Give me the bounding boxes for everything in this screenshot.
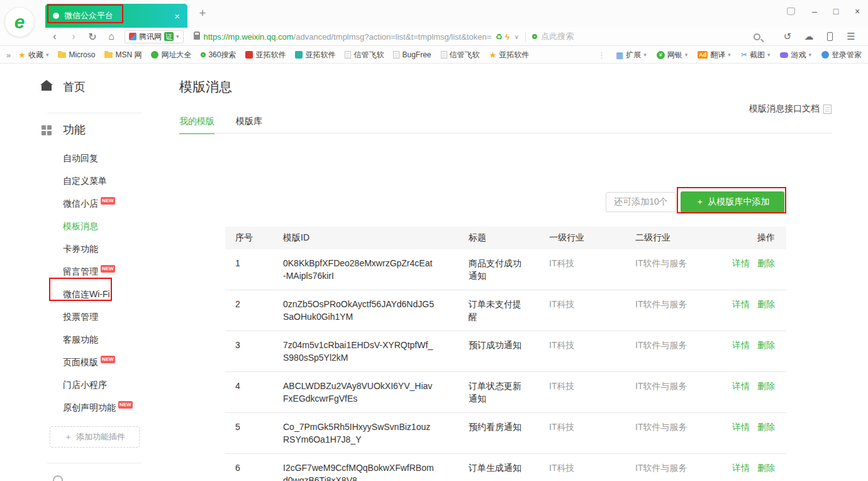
bookmark-360search[interactable]: 360搜索 <box>201 50 236 60</box>
add-plugin-button[interactable]: ＋ 添加功能插件 <box>50 426 140 448</box>
delete-link[interactable]: 删除 <box>757 422 775 432</box>
skin-icon[interactable] <box>787 8 795 15</box>
toolbar-label: 登录管家 <box>832 50 862 60</box>
detail-link[interactable]: 详情 <box>732 381 750 391</box>
tab-close-icon[interactable]: × <box>173 11 181 21</box>
mobile-icon[interactable] <box>827 32 833 41</box>
search-icon[interactable] <box>754 33 760 40</box>
sidebar-item-custom-menu[interactable]: 自定义菜单 <box>0 169 179 192</box>
detail-link[interactable]: 详情 <box>732 463 750 473</box>
bookmark-yatuo-2[interactable]: 亚拓软件 <box>295 50 335 60</box>
delete-link[interactable]: 删除 <box>757 340 775 350</box>
forward-icon[interactable]: › <box>64 31 83 42</box>
bookmark-label: 亚拓软件 <box>499 50 529 60</box>
toolbar-translate[interactable]: Ad 翻译 ▾ <box>698 50 731 60</box>
bookmark-yatuo-1[interactable]: 亚拓软件 <box>245 50 286 60</box>
sidebar-item-wifi[interactable]: 微信连Wi-Fi <box>0 283 179 305</box>
sidebar-item-card-coupon[interactable]: 卡券功能 <box>0 237 179 260</box>
cell-serial: 5 <box>225 413 283 454</box>
person-key-icon <box>821 51 829 59</box>
quota-text: 还可添加10个 <box>606 192 676 212</box>
toolbar-games[interactable]: 游戏 ▾ <box>780 50 811 60</box>
sidebar-item-customer-service[interactable]: 客服功能 <box>0 328 179 351</box>
bookmark-xinguanfei-1[interactable]: 信管飞软 <box>345 50 384 60</box>
detail-link[interactable]: 详情 <box>732 422 750 432</box>
sidebar-item-store-miniprogram[interactable]: 门店小程序 <box>0 373 179 396</box>
sidebar-menu: 自动回复 自定义菜单 微信小店NEW 模板消息 卡券功能 留言管理NEW <box>0 147 179 419</box>
toolbar-extensions[interactable]: ▦ 扩展 ▾ <box>616 50 647 60</box>
cell-industry1: IT科技 <box>549 454 635 481</box>
menu-icon[interactable]: ☰ <box>840 31 862 42</box>
add-from-library-button[interactable]: ＋ 从模版库中添加 <box>681 191 784 213</box>
browser-tab[interactable]: 微信公众平台 × <box>45 4 187 28</box>
toolbar-label: 扩展 <box>626 50 641 60</box>
sidebar-home[interactable]: 首页 <box>63 79 86 94</box>
cell-actions: 详情删除 <box>723 413 786 454</box>
divider <box>47 463 142 463</box>
sidebar-item-label: 模板消息 <box>63 221 98 231</box>
refresh-icon[interactable]: ↻ <box>83 31 102 43</box>
overflow-dots-icon[interactable]: ⋮ <box>598 50 606 60</box>
bookmark-xinguanfei-2[interactable]: 信管飞软 <box>441 50 480 60</box>
bookmark-favorites[interactable]: ★ 收藏 ▾ <box>18 50 48 60</box>
sidebar-item-wechat-store[interactable]: 微信小店NEW <box>0 192 179 215</box>
close-button[interactable]: × <box>852 6 863 16</box>
url-text[interactable]: https://mp.weixin.qq.com/advanced/tmplms… <box>204 32 492 42</box>
lightning-extension-icon[interactable]: ϟ <box>505 32 509 42</box>
undo-icon[interactable]: ↺ <box>777 31 798 42</box>
toolbar-screenshot[interactable]: ✂ 截图 ▾ <box>741 50 771 60</box>
cloud-sync-icon[interactable]: ☁ <box>798 31 820 42</box>
url-path-part: /advanced/tmplmsg?action=list&t=tmplmsg/… <box>294 32 492 42</box>
bookmark-label: 亚拓软件 <box>255 50 286 60</box>
cell-serial: 3 <box>225 331 283 372</box>
toolbar-login-manager[interactable]: 登录管家 <box>821 50 862 60</box>
sidebar-item-comment-management[interactable]: 留言管理NEW <box>0 260 179 283</box>
delete-link[interactable]: 删除 <box>757 258 775 268</box>
sidebar-item-auto-reply[interactable]: 自动回复 <box>0 147 179 169</box>
delete-link[interactable]: 删除 <box>757 463 775 473</box>
tab-template-library[interactable]: 模版库 <box>236 116 262 134</box>
tab-my-templates[interactable]: 我的模版 <box>179 116 214 134</box>
toolbar-label: 翻译 <box>710 50 725 60</box>
header-template-id: 模版ID <box>283 227 469 249</box>
maximize-button[interactable]: □ <box>830 6 842 16</box>
sidebar-section-features[interactable]: 功能 <box>63 122 86 137</box>
bookmark-yatuo-3[interactable]: ★ 亚拓软件 <box>489 50 530 60</box>
bookmark-folder-microso[interactable]: Microso <box>58 50 95 59</box>
sidebar-item-template-message[interactable]: 模板消息 <box>0 215 179 237</box>
bookmark-folder-msn[interactable]: MSN 网 <box>104 50 142 60</box>
cell-industry1: IT科技 <box>549 249 635 290</box>
new-badge: NEW <box>101 356 115 363</box>
minimize-button[interactable]: – <box>809 6 820 16</box>
search-input[interactable]: 点此搜索 <box>541 31 574 42</box>
favorites-panel-toggle-icon[interactable]: » <box>6 50 11 60</box>
sidebar-item-page-template[interactable]: 页面模版NEW <box>0 351 179 373</box>
bookmark-wangzhidaquan[interactable]: 网址大全 <box>151 50 191 60</box>
sidebar-item-label: 微信连Wi-Fi <box>63 289 110 299</box>
new-tab-button[interactable]: + <box>195 6 210 20</box>
tencent-site-button[interactable]: 腾讯网 证 ▾ <box>125 30 184 43</box>
delete-link[interactable]: 删除 <box>757 299 775 309</box>
browser-logo: e <box>4 7 35 37</box>
detail-link[interactable]: 详情 <box>732 340 750 350</box>
recycle-extension-icon[interactable]: ♻ <box>495 32 503 42</box>
bookmark-label: 收藏 <box>28 50 43 60</box>
sidebar-item-label: 卡券功能 <box>63 244 98 254</box>
cell-serial: 1 <box>225 249 283 290</box>
delete-link[interactable]: 删除 <box>757 381 775 391</box>
template-message-api-doc-link[interactable]: 模版消息接口文档 <box>749 103 832 115</box>
detail-link[interactable]: 详情 <box>732 299 750 309</box>
bookmark-bugfree[interactable]: BugFree <box>393 50 431 59</box>
table-row: 6 I2cGF7weM9CcfMQqBokwXFwfRBomd0wgzB6Ti8… <box>225 454 786 481</box>
cell-industry1: IT科技 <box>549 413 635 454</box>
window-controls: – □ × <box>787 6 863 16</box>
sidebar-item-original-statement[interactable]: 原创声明功能NEW <box>0 396 179 419</box>
search-engine-icon[interactable] <box>532 34 537 39</box>
sidebar-item-voting[interactable]: 投票管理 <box>0 305 179 328</box>
home-icon[interactable]: ⌂ <box>102 31 121 42</box>
back-icon[interactable]: ‹ <box>45 31 64 42</box>
detail-link[interactable]: 详情 <box>732 258 750 268</box>
toolbar-netbank[interactable]: ¥ 网银 ▾ <box>657 50 688 60</box>
url-dropdown-icon[interactable]: ∨ <box>515 33 519 40</box>
wechat-mp-page: 首页 功能 自动回复 自定义菜单 微信小店NEW 模板消息 卡券功能 <box>0 64 868 481</box>
